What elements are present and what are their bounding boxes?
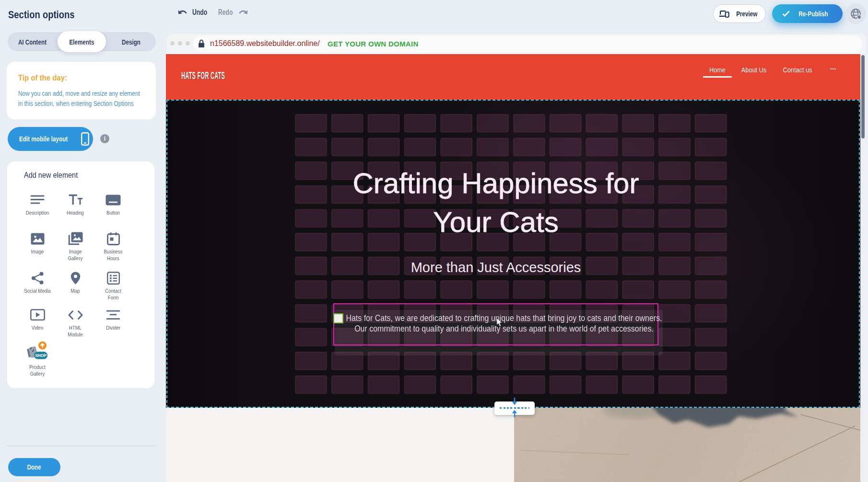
svg-text:SHOP: SHOP bbox=[35, 353, 47, 358]
